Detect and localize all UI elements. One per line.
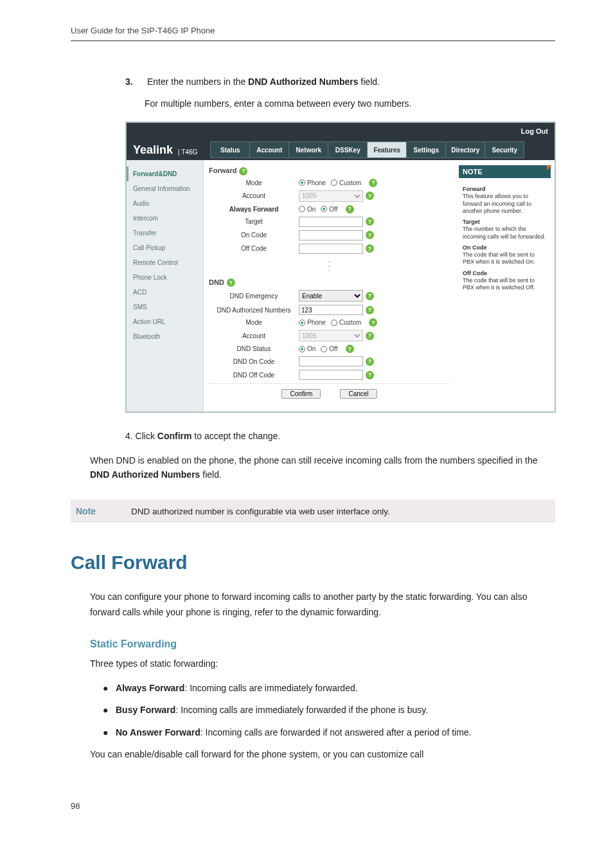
radio-on[interactable]: On xyxy=(299,345,315,352)
offcode-input[interactable] xyxy=(299,244,363,254)
section-dnd: DND? xyxy=(209,278,450,287)
tab-account[interactable]: Account xyxy=(249,141,289,158)
help-icon[interactable]: ? xyxy=(366,371,374,379)
lbl-dnd-account: Account xyxy=(209,332,299,339)
logout-link[interactable]: Log Out xyxy=(521,127,548,135)
note-b2t: Target xyxy=(463,219,547,226)
help-icon[interactable]: ? xyxy=(369,318,377,327)
tab-network[interactable]: Network xyxy=(289,141,328,158)
h3-static-forwarding: Static Forwarding xyxy=(90,638,555,650)
step4-num: 4. xyxy=(125,431,133,441)
step3-post: field. xyxy=(358,77,379,87)
note-label: Note xyxy=(73,506,118,516)
radio-on[interactable]: On xyxy=(299,206,315,213)
tab-settings[interactable]: Settings xyxy=(406,141,446,158)
note-b2: The number to which the incoming calls w… xyxy=(463,226,547,240)
closing-para: You can enable/disable call forward for … xyxy=(90,747,555,763)
note-row: Note DND authorized number is configurab… xyxy=(71,500,555,523)
dnd-para: When DND is enabled on the phone, the ph… xyxy=(90,454,555,482)
help-icon[interactable]: ? xyxy=(366,357,374,366)
lbl-account: Account xyxy=(209,192,299,199)
sidebar-audio[interactable]: Audio xyxy=(127,196,203,211)
step3-pre: Enter the numbers in the xyxy=(147,77,248,87)
help-icon[interactable]: ? xyxy=(366,244,374,253)
screenshot: Log Out Yealink | T46G Status Account Ne… xyxy=(125,122,556,413)
dnd-oncode-input[interactable] xyxy=(299,356,363,366)
step3-num: 3. xyxy=(125,77,145,87)
confirm-button[interactable]: Confirm xyxy=(281,389,321,399)
step4-pre: Click xyxy=(136,431,157,441)
radio-off[interactable]: Off xyxy=(321,345,337,352)
step4-bold: Confirm xyxy=(157,431,192,441)
note-b1t: Forward xyxy=(463,186,547,193)
help-icon[interactable]: ? xyxy=(369,179,377,187)
tabs: Status Account Network DSSKey Features S… xyxy=(210,141,524,158)
sidebar-acd[interactable]: ACD xyxy=(127,285,203,300)
sidebar-intercom[interactable]: Intercom xyxy=(127,211,203,226)
help-icon[interactable]: ? xyxy=(346,345,354,353)
sidebar-forward-dnd[interactable]: Forward&DND xyxy=(127,167,203,181)
tab-dsskey[interactable]: DSSKey xyxy=(328,141,368,158)
dnd-offcode-input[interactable] xyxy=(299,370,363,380)
cancel-button[interactable]: Cancel xyxy=(340,389,377,399)
step4: 4. Click Confirm to accept the change. xyxy=(125,431,555,441)
help-icon[interactable]: ? xyxy=(366,332,374,340)
tab-directory[interactable]: Directory xyxy=(445,141,485,158)
note-header: NOTE xyxy=(459,165,551,178)
lbl-dnd-oncode: DND On Code xyxy=(209,358,299,365)
running-head: User Guide for the SIP-T46G IP Phone xyxy=(71,26,555,41)
bullet-list: ● Always Forward: Incoming calls are imm… xyxy=(103,681,555,739)
radio-custom[interactable]: Custom xyxy=(331,319,361,326)
lbl-dnd-mode: Mode xyxy=(209,319,299,326)
lbl-dnd-auth: DND Authorized Numbers xyxy=(209,307,299,314)
sidebar: Forward&DND General Information Audio In… xyxy=(127,160,204,411)
lbl-oncode: On Code xyxy=(209,231,299,239)
lbl-always-forward: Always Forward xyxy=(209,206,299,213)
sidebar-sms[interactable]: SMS xyxy=(127,300,203,314)
list-item: ● Always Forward: Incoming calls are imm… xyxy=(103,681,555,695)
step4-post: to accept the change. xyxy=(191,431,280,441)
sidebar-bluetooth[interactable]: Bluetooth xyxy=(127,329,203,344)
lbl-dnd-status: DND Status xyxy=(209,345,299,352)
lbl-mode: Mode xyxy=(209,179,299,186)
radio-custom[interactable]: Custom xyxy=(331,179,361,186)
help-icon[interactable]: ? xyxy=(366,292,374,300)
sidebar-call-pickup[interactable]: Call Pickup xyxy=(127,240,203,255)
radio-phone[interactable]: Phone xyxy=(299,179,326,186)
help-icon[interactable]: ? xyxy=(227,278,235,287)
lbl-dnd-emergency: DND Emergency xyxy=(209,293,299,300)
target-input[interactable] xyxy=(299,217,363,227)
dnd-emergency-select[interactable]: Enable xyxy=(299,290,363,302)
note-b4: The code that will be sent to PBX when i… xyxy=(463,277,547,292)
lbl-offcode: Off Code xyxy=(209,245,299,252)
help-icon[interactable]: ? xyxy=(366,192,374,200)
radio-phone[interactable]: Phone xyxy=(299,319,326,326)
note-b1: This feature allows you to forward an in… xyxy=(463,193,547,215)
dnd-account-select: 1005 xyxy=(299,330,363,341)
list-item: ● No Answer Forward: Incoming calls are … xyxy=(103,725,555,739)
sidebar-phone-lock[interactable]: Phone Lock xyxy=(127,270,203,285)
help-icon[interactable]: ? xyxy=(366,231,374,239)
page-number: 98 xyxy=(71,801,555,811)
note-b3t: On Code xyxy=(463,244,547,251)
oncode-input[interactable] xyxy=(299,230,363,240)
sidebar-action-url[interactable]: Action URL xyxy=(127,314,203,329)
tab-features[interactable]: Features xyxy=(367,141,407,158)
section-forward: Forward? xyxy=(209,167,450,176)
help-icon[interactable]: ? xyxy=(346,205,354,213)
sf-intro: Three types of static forwarding: xyxy=(90,656,555,672)
step3: 3. Enter the numbers in the DND Authoriz… xyxy=(125,77,555,87)
help-icon[interactable]: ? xyxy=(366,217,374,226)
radio-off[interactable]: Off xyxy=(321,206,337,213)
list-item: ● Busy Forward: Incoming calls are immed… xyxy=(103,703,555,717)
sidebar-transfer[interactable]: Transfer xyxy=(127,226,203,240)
sidebar-general-info[interactable]: General Information xyxy=(127,181,203,196)
help-icon[interactable]: ? xyxy=(366,306,374,314)
note-b3: The code that will be sent to PBX when i… xyxy=(463,251,547,266)
dnd-auth-input[interactable] xyxy=(299,305,363,315)
tab-status[interactable]: Status xyxy=(210,141,250,158)
brand-sub: | T46G xyxy=(178,149,197,156)
tab-security[interactable]: Security xyxy=(484,141,524,158)
sidebar-remote-control[interactable]: Remote Control xyxy=(127,255,203,270)
help-icon[interactable]: ? xyxy=(239,167,247,176)
